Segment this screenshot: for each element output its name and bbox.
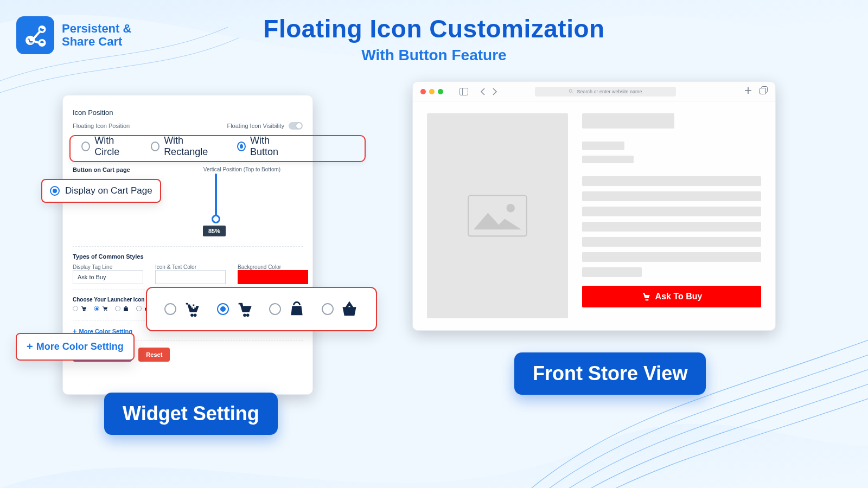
svg-line-8: [572, 92, 573, 93]
url-placeholder: Search or enter website name: [577, 89, 642, 94]
slider-value-badge: 85%: [203, 226, 226, 236]
front-store-view-label-pill: Front Store View: [514, 352, 706, 395]
vertical-position-label: Vertical Position (Top to Bottom): [181, 166, 303, 172]
maximize-window-icon[interactable]: [438, 89, 443, 94]
slider-thumb[interactable]: [212, 215, 220, 223]
search-icon: [569, 89, 573, 94]
launcher-mini-option-bag[interactable]: [115, 305, 130, 312]
placeholder-line: [582, 252, 761, 262]
launcher-option-basket[interactable]: [322, 300, 359, 318]
shape-option-with-button[interactable]: With Button: [237, 135, 294, 158]
placeholder-line: [582, 207, 761, 216]
front-store-browser-mock: Search or enter website name: [412, 81, 776, 331]
page-title: Floating Icon Customization: [0, 14, 868, 43]
floating-icon-position-label: Floating Icon Position: [73, 123, 130, 129]
display-tag-line-label: Display Tag Line: [73, 264, 143, 270]
launcher-mini-option-cart[interactable]: [94, 305, 108, 312]
ask-to-buy-button[interactable]: Ask To Buy: [582, 286, 761, 307]
new-tab-icon[interactable]: [744, 87, 752, 97]
placeholder-line: [582, 113, 674, 129]
launcher-option-cart[interactable]: [217, 300, 254, 318]
cart-icon: [641, 292, 651, 301]
placeholder-line: [582, 191, 761, 201]
shape-option-label: With Rectangle: [164, 135, 222, 158]
nav-forward-icon[interactable]: [492, 88, 497, 95]
icon-text-color-label: Icon & Text Color: [155, 264, 226, 270]
minimize-window-icon[interactable]: [429, 89, 435, 94]
placeholder-line: [582, 156, 634, 163]
cart-plus-icon: [183, 300, 201, 318]
background-color-label: Background Color: [238, 264, 308, 270]
launcher-option-bag[interactable]: [269, 300, 306, 318]
placeholder-line: [582, 237, 761, 247]
nav-back-icon[interactable]: [480, 88, 486, 95]
radio-icon: [217, 303, 229, 315]
browser-toolbar: Search or enter website name: [413, 82, 775, 101]
placeholder-line: [582, 222, 761, 232]
launcher-option-cart-plus[interactable]: [164, 300, 201, 318]
sidebar-toggle-icon[interactable]: [459, 88, 468, 95]
radio-icon: [322, 303, 334, 315]
display-on-cart-page-callout[interactable]: Display on Cart Page: [41, 179, 161, 203]
shape-option-with-rectangle[interactable]: With Rectangle: [151, 135, 222, 158]
svg-rect-10: [760, 88, 766, 94]
store-preview-body: Ask To Buy: [413, 101, 775, 330]
bag-icon: [288, 300, 306, 318]
close-window-icon[interactable]: [420, 89, 426, 94]
radio-icon: [164, 303, 176, 315]
floating-icon-visibility-label: Floating Icon Visibility: [227, 123, 284, 129]
radio-icon: [269, 303, 281, 315]
common-styles-label: Types of Common Styles: [73, 253, 303, 260]
floating-icon-visibility-toggle[interactable]: [289, 122, 303, 130]
bag-icon: [122, 305, 130, 312]
cart-icon: [235, 300, 254, 318]
radio-icon: [81, 142, 90, 151]
page-subtitle: With Button Feature: [0, 47, 868, 64]
svg-rect-11: [468, 196, 527, 236]
shape-option-with-circle[interactable]: With Circle: [81, 135, 136, 158]
page-heading: Floating Icon Customization With Button …: [0, 14, 868, 64]
placeholder-line: [582, 267, 642, 277]
display-on-cart-page-label: Display on Cart Page: [65, 185, 152, 196]
section-icon-position-title: Icon Position: [73, 105, 303, 122]
svg-point-12: [507, 204, 515, 212]
radio-icon: [237, 142, 246, 151]
more-color-setting-callout[interactable]: + More Color Setting: [16, 333, 135, 361]
product-image-placeholder: [427, 113, 568, 318]
launcher-icon-callout: [146, 287, 377, 331]
placeholder-line: [582, 176, 761, 186]
widget-setting-label-pill: Widget Setting: [104, 393, 278, 435]
cart-plus-icon: [80, 305, 87, 312]
svg-rect-5: [460, 88, 468, 95]
cart-icon: [101, 305, 108, 312]
tab-overview-icon[interactable]: [760, 86, 768, 97]
radio-icon: [151, 142, 159, 151]
launcher-mini-option-cart-plus[interactable]: [73, 305, 87, 312]
ask-to-buy-label: Ask To Buy: [655, 292, 703, 301]
svg-point-7: [570, 89, 572, 92]
more-color-setting-callout-label: More Color Setting: [36, 341, 124, 352]
radio-icon: [50, 186, 60, 196]
plus-icon: +: [27, 341, 33, 353]
background-color-swatch[interactable]: [238, 270, 308, 284]
icon-text-color-swatch[interactable]: [155, 270, 226, 284]
url-search-field[interactable]: Search or enter website name: [535, 87, 676, 97]
placeholder-line: [582, 142, 624, 150]
reset-button[interactable]: Reset: [138, 348, 170, 362]
shape-option-label: With Button: [250, 135, 294, 158]
button-on-cart-page-label: Button on Cart page: [73, 166, 170, 173]
slider-track: [215, 174, 217, 218]
traffic-lights: [420, 89, 443, 94]
display-tag-line-input[interactable]: [73, 270, 143, 284]
shape-option-label: With Circle: [94, 135, 136, 158]
basket-icon: [340, 300, 359, 318]
vertical-position-slider[interactable]: 85%: [199, 174, 285, 228]
